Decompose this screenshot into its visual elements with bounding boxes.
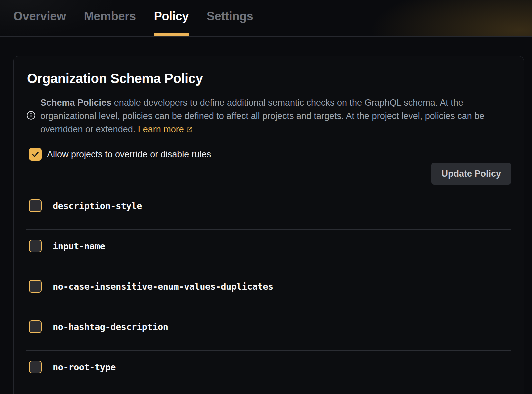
rule-name: input-name bbox=[53, 241, 105, 251]
rule-name: no-root-type bbox=[53, 362, 116, 372]
policy-card: Organization Schema Policy Schema Polici… bbox=[13, 56, 524, 394]
rule-checkbox[interactable] bbox=[29, 361, 42, 373]
rule-name: no-hashtag-description bbox=[53, 322, 168, 332]
policy-description-lead: Schema Policies bbox=[40, 98, 111, 108]
rule-row-input-name: input-name bbox=[26, 230, 511, 270]
tab-policy[interactable]: Policy bbox=[154, 0, 189, 36]
policy-description-callout: Schema Policies enable developers to def… bbox=[26, 96, 511, 136]
page-title: Organization Schema Policy bbox=[27, 71, 511, 86]
rule-checkbox[interactable] bbox=[29, 240, 42, 252]
learn-more-link[interactable]: Learn more bbox=[138, 124, 193, 134]
allow-override-checkbox[interactable] bbox=[29, 148, 42, 161]
rule-row-no-case-insensitive-enum-values-duplicates: no-case-insensitive-enum-values-duplicat… bbox=[26, 270, 511, 310]
info-icon bbox=[26, 111, 36, 121]
rule-checkbox[interactable] bbox=[29, 199, 42, 212]
rule-checkbox[interactable] bbox=[29, 280, 42, 293]
tab-overview[interactable]: Overview bbox=[13, 0, 66, 36]
tab-bar: Overview Members Policy Settings bbox=[0, 0, 532, 37]
external-link-icon bbox=[186, 126, 193, 133]
tab-members[interactable]: Members bbox=[84, 0, 136, 36]
rule-checkbox[interactable] bbox=[29, 320, 42, 333]
policy-description: Schema Policies enable developers to def… bbox=[40, 96, 511, 136]
rule-row-description-style: description-style bbox=[26, 189, 511, 230]
allow-override-label: Allow projects to override or disable ru… bbox=[47, 149, 211, 160]
rules-list: description-style input-name no-case-ins… bbox=[26, 189, 511, 391]
update-policy-button[interactable]: Update Policy bbox=[431, 163, 511, 185]
check-icon bbox=[31, 150, 40, 159]
tab-settings[interactable]: Settings bbox=[207, 0, 253, 36]
page-content: Organization Schema Policy Schema Polici… bbox=[0, 56, 532, 394]
rule-row-no-root-type: no-root-type bbox=[26, 351, 511, 391]
actions-row: Update Policy bbox=[26, 163, 511, 185]
rule-name: no-case-insensitive-enum-values-duplicat… bbox=[53, 281, 273, 292]
allow-override-row[interactable]: Allow projects to override or disable ru… bbox=[29, 148, 511, 161]
rule-row-no-hashtag-description: no-hashtag-description bbox=[26, 310, 511, 351]
rule-name: description-style bbox=[53, 201, 142, 211]
